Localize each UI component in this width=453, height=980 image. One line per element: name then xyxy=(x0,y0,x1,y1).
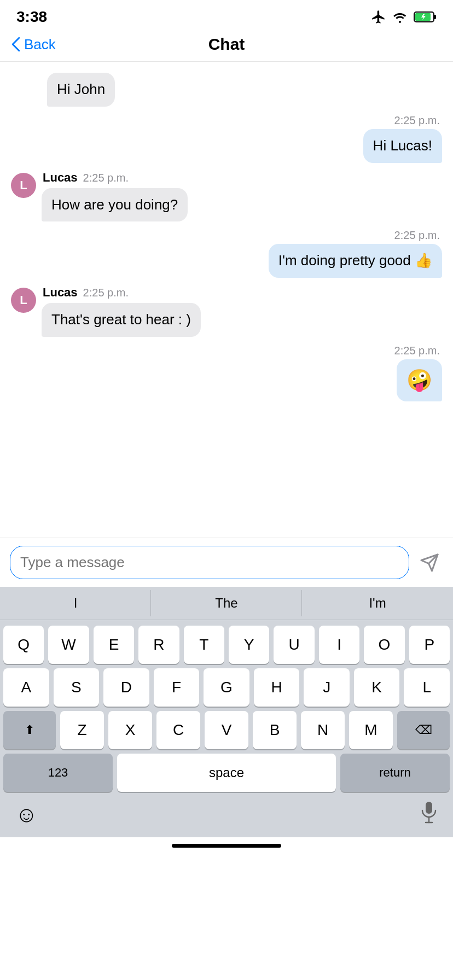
key-o[interactable]: O xyxy=(364,626,404,664)
sender-name: Lucas xyxy=(43,285,78,300)
key-u[interactable]: U xyxy=(274,626,314,664)
key-n[interactable]: N xyxy=(301,711,345,749)
status-bar: 3:38 xyxy=(0,0,453,30)
key-r[interactable]: R xyxy=(138,626,179,664)
svg-rect-1 xyxy=(434,15,436,19)
bubble-group: Lucas 2:25 p.m. How are you doing? xyxy=(42,171,188,222)
nav-bar: Back Chat xyxy=(0,30,453,62)
key-x[interactable]: X xyxy=(108,711,152,749)
message-time: 2:25 p.m. xyxy=(394,229,442,242)
message-row: 2:25 p.m. 🤪 xyxy=(11,345,442,401)
key-l[interactable]: L xyxy=(404,668,450,707)
sent-wrapper: 2:25 p.m. I'm doing pretty good 👍 xyxy=(269,229,442,278)
key-a[interactable]: A xyxy=(3,668,49,707)
svg-rect-5 xyxy=(426,802,432,814)
message-row: Hi John xyxy=(11,73,442,107)
sent-wrapper: 2:25 p.m. 🤪 xyxy=(394,345,442,401)
keyboard-bottom: ☺ xyxy=(0,795,453,837)
key-y[interactable]: Y xyxy=(229,626,269,664)
message-time: 2:25 p.m. xyxy=(394,345,442,357)
keyboard: I The I'm Q W E R T Y U I O P A S D F G … xyxy=(0,587,453,837)
key-z[interactable]: Z xyxy=(60,711,104,749)
message-time: 2:25 p.m. xyxy=(83,287,129,299)
message-bubble: How are you doing? xyxy=(42,188,188,222)
message-time: 2:25 p.m. xyxy=(83,172,129,184)
battery-icon xyxy=(414,11,437,23)
suggestion-im[interactable]: I'm xyxy=(302,587,453,620)
key-p[interactable]: P xyxy=(409,626,450,664)
key-t[interactable]: T xyxy=(184,626,224,664)
message-input[interactable] xyxy=(20,554,399,571)
sender-name: Lucas xyxy=(43,171,78,185)
numbers-key[interactable]: 123 xyxy=(3,754,113,792)
message-time: 2:25 p.m. xyxy=(394,114,442,127)
key-c[interactable]: C xyxy=(156,711,200,749)
message-bubble: Hi Lucas! xyxy=(363,129,442,163)
key-k[interactable]: K xyxy=(354,668,400,707)
key-s[interactable]: S xyxy=(54,668,100,707)
sent-wrapper: 2:25 p.m. Hi Lucas! xyxy=(363,114,442,163)
key-j[interactable]: J xyxy=(304,668,350,707)
status-icons xyxy=(371,9,437,25)
key-q[interactable]: Q xyxy=(3,626,44,664)
microphone-icon xyxy=(420,801,438,824)
avatar: L xyxy=(11,288,36,313)
message-bubble: Hi John xyxy=(47,73,115,107)
message-row: L Lucas 2:25 p.m. That's great to hear :… xyxy=(11,285,442,337)
suggestion-i[interactable]: I xyxy=(0,587,151,620)
back-label: Back xyxy=(24,36,56,53)
key-row-4: 123 space return xyxy=(3,754,450,792)
message-bubble: I'm doing pretty good 👍 xyxy=(269,244,442,278)
send-button[interactable] xyxy=(416,549,443,576)
message-input-wrapper[interactable] xyxy=(10,546,409,579)
key-w[interactable]: W xyxy=(48,626,89,664)
airplane-icon xyxy=(371,9,386,25)
space-key[interactable]: space xyxy=(117,754,336,792)
delete-key[interactable]: ⌫ xyxy=(397,711,450,749)
key-m[interactable]: M xyxy=(349,711,393,749)
return-key[interactable]: return xyxy=(340,754,450,792)
sender-info: Lucas 2:25 p.m. xyxy=(42,171,188,185)
key-e[interactable]: E xyxy=(94,626,134,664)
message-row: 2:25 p.m. Hi Lucas! xyxy=(11,114,442,163)
bubble-group: Lucas 2:25 p.m. That's great to hear : ) xyxy=(42,285,201,337)
microphone-button[interactable] xyxy=(420,801,438,829)
avatar: L xyxy=(11,173,36,198)
key-b[interactable]: B xyxy=(253,711,297,749)
key-h[interactable]: H xyxy=(254,668,300,707)
back-chevron-icon xyxy=(11,37,21,52)
key-row-1: Q W E R T Y U I O P xyxy=(3,626,450,664)
key-row-2: A S D F G H J K L xyxy=(3,668,450,707)
home-bar xyxy=(172,844,281,848)
chat-area: Hi John 2:25 p.m. Hi Lucas! L Lucas 2:25… xyxy=(0,62,453,538)
bubble-group: Hi John xyxy=(47,73,115,107)
sender-info: Lucas 2:25 p.m. xyxy=(42,285,201,300)
back-button[interactable]: Back xyxy=(11,36,56,53)
send-icon xyxy=(420,553,439,573)
key-f[interactable]: F xyxy=(154,668,200,707)
suggestion-the[interactable]: The xyxy=(151,587,302,620)
key-d[interactable]: D xyxy=(103,668,149,707)
input-area xyxy=(0,538,453,587)
home-indicator xyxy=(0,837,453,851)
key-i[interactable]: I xyxy=(319,626,359,664)
key-row-3: ⬆ Z X C V B N M ⌫ xyxy=(3,711,450,749)
message-bubble: That's great to hear : ) xyxy=(42,303,201,337)
message-bubble: 🤪 xyxy=(397,359,442,401)
emoji-button[interactable]: ☺ xyxy=(15,802,38,827)
status-time: 3:38 xyxy=(16,8,47,26)
key-v[interactable]: V xyxy=(205,711,248,749)
message-row: L Lucas 2:25 p.m. How are you doing? xyxy=(11,171,442,222)
wifi-icon xyxy=(392,11,408,23)
shift-key[interactable]: ⬆ xyxy=(3,711,56,749)
keyboard-suggestions: I The I'm xyxy=(0,587,453,620)
key-g[interactable]: G xyxy=(204,668,249,707)
message-row: 2:25 p.m. I'm doing pretty good 👍 xyxy=(11,229,442,278)
nav-title: Chat xyxy=(208,35,245,54)
keyboard-rows: Q W E R T Y U I O P A S D F G H J K L ⬆ … xyxy=(0,620,453,795)
